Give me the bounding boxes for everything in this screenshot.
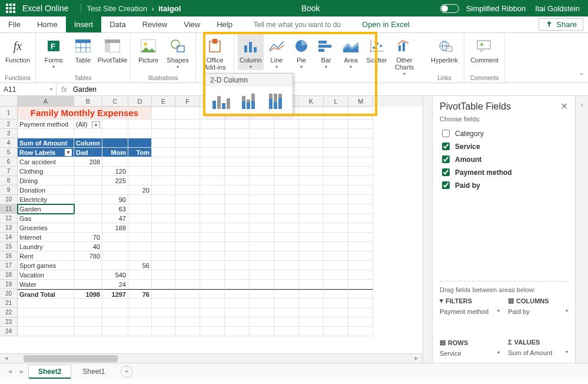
cell[interactable] (18, 317, 74, 327)
clustered-column-option[interactable] (209, 90, 234, 111)
cell[interactable] (128, 223, 152, 233)
cell[interactable] (250, 195, 274, 204)
cell[interactable] (299, 289, 324, 299)
collapse-ribbon-icon[interactable]: ⌃ (575, 33, 588, 82)
cell[interactable] (175, 317, 200, 327)
cell[interactable] (225, 186, 250, 195)
picture-button[interactable]: Picture (134, 34, 162, 64)
cell[interactable] (324, 289, 348, 299)
field-checkbox[interactable]: Payment method (440, 167, 568, 178)
cell[interactable] (348, 289, 373, 299)
cell[interactable] (274, 167, 299, 176)
cell[interactable] (128, 167, 152, 176)
other-charts-button[interactable]: Other Charts▾ (391, 34, 418, 77)
cell[interactable] (299, 270, 324, 280)
row-header[interactable]: 13 (0, 223, 18, 233)
cell[interactable] (348, 242, 373, 251)
cell[interactable] (74, 270, 102, 280)
cell[interactable]: 40 (74, 242, 102, 251)
cell[interactable] (128, 195, 152, 204)
cell[interactable] (324, 214, 348, 223)
cell[interactable]: 120 (102, 167, 128, 176)
stacked-100-column-option[interactable] (263, 90, 288, 111)
cell[interactable] (274, 186, 299, 195)
cell[interactable] (250, 308, 274, 317)
cell[interactable] (152, 138, 175, 148)
cell[interactable] (128, 242, 152, 251)
cell[interactable] (175, 138, 200, 148)
bar-chart-button[interactable]: Bar▾ (314, 34, 338, 70)
expand-pane-icon[interactable]: › (575, 96, 588, 363)
cell[interactable] (324, 317, 348, 327)
cell[interactable] (250, 138, 274, 148)
row-header[interactable]: 8 (0, 176, 18, 186)
cell[interactable]: 1098 (74, 289, 102, 299)
row-header[interactable]: 23 (0, 317, 18, 327)
cell[interactable] (152, 327, 175, 336)
cell[interactable] (225, 214, 250, 223)
row-header[interactable]: 19 (0, 280, 18, 289)
cell[interactable] (299, 107, 324, 120)
cell[interactable]: Dining (18, 176, 74, 186)
cell[interactable]: Donation (18, 186, 74, 195)
sheet-tab-sheet1[interactable]: Sheet1 (72, 365, 115, 379)
add-sheet-button[interactable]: + (121, 366, 132, 378)
cell[interactable] (250, 242, 274, 251)
cell[interactable] (200, 233, 225, 242)
row-header[interactable]: 4 (0, 138, 18, 148)
stacked-column-option[interactable] (236, 90, 261, 111)
row-header[interactable]: 20 (0, 289, 18, 299)
row-header[interactable]: 17 (0, 261, 18, 270)
field-checkbox[interactable]: Category (440, 128, 568, 139)
cell[interactable] (200, 317, 225, 327)
cell[interactable] (225, 299, 250, 308)
cell[interactable] (152, 107, 175, 120)
spreadsheet-grid[interactable]: ABCDEFGHIJKLM 1Family Monthly Expenses2P… (0, 96, 423, 363)
cell[interactable] (324, 129, 348, 138)
row-header[interactable]: 9 (0, 186, 18, 195)
field-checkbox[interactable]: Service (440, 141, 568, 152)
formula-input[interactable] (72, 85, 588, 94)
cell[interactable] (74, 214, 102, 223)
cell[interactable] (102, 327, 128, 336)
cell[interactable] (128, 157, 152, 167)
cell[interactable] (324, 195, 348, 204)
cell[interactable] (225, 233, 250, 242)
cell[interactable]: 540 (102, 270, 128, 280)
cell[interactable] (152, 167, 175, 176)
cell[interactable] (74, 299, 102, 308)
forms-button[interactable]: FForms▾ (39, 34, 68, 70)
cell[interactable] (324, 148, 348, 157)
name-box[interactable]: A11▾ (0, 83, 57, 95)
cell[interactable] (225, 120, 250, 129)
cell[interactable] (324, 308, 348, 317)
table-button[interactable]: Table (69, 34, 97, 64)
cell[interactable] (128, 280, 152, 289)
cell[interactable] (175, 242, 200, 251)
open-in-excel[interactable]: Open in Excel (354, 16, 418, 32)
cell[interactable] (250, 129, 274, 138)
cell[interactable] (299, 167, 324, 176)
row-header[interactable]: 10 (0, 195, 18, 204)
cell[interactable] (250, 251, 274, 261)
cell[interactable]: Row Labels▾ (18, 148, 74, 157)
cell[interactable]: 208 (74, 157, 102, 167)
cell[interactable] (175, 233, 200, 242)
cell[interactable] (102, 308, 128, 317)
cell[interactable]: 780 (74, 251, 102, 261)
col-header[interactable]: C (102, 96, 128, 107)
cell[interactable] (175, 129, 200, 138)
cell[interactable] (225, 280, 250, 289)
cell[interactable] (225, 308, 250, 317)
cell[interactable] (324, 107, 348, 120)
area-chart-button[interactable]: Area▾ (339, 34, 363, 70)
cell[interactable] (225, 261, 250, 270)
cell[interactable] (175, 261, 200, 270)
cell[interactable] (74, 280, 102, 289)
cell[interactable] (200, 270, 225, 280)
cell[interactable] (250, 148, 274, 157)
row-header[interactable]: 15 (0, 242, 18, 251)
sheet-tab-sheet2[interactable]: Sheet2 (28, 365, 71, 379)
cell[interactable] (299, 242, 324, 251)
values-area[interactable]: ΣVALUESSum of Amount▾ (508, 339, 568, 358)
